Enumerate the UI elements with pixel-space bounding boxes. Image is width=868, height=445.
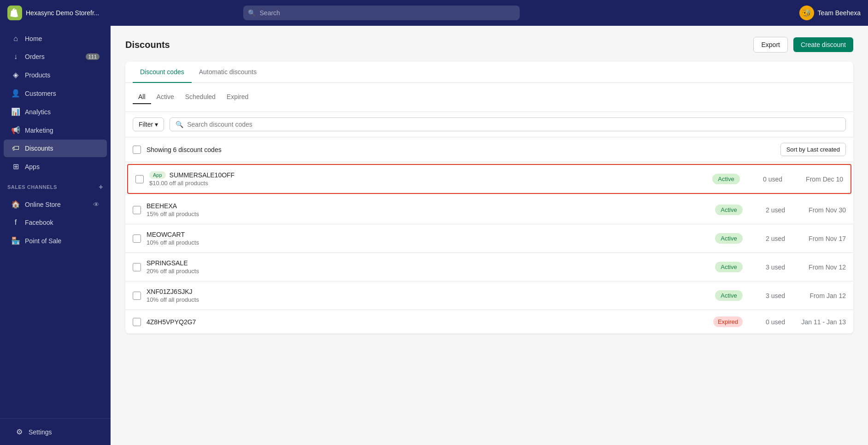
page-actions: Export Create discount: [753, 37, 853, 53]
status-badge-beehexa: Active: [715, 205, 743, 215]
sort-button[interactable]: Sort by Last created: [780, 143, 846, 156]
search-field: 🔍: [170, 117, 846, 131]
page-header: Discounts Export Create discount: [125, 37, 853, 53]
table-header-left: Showing 6 discount codes: [133, 146, 222, 154]
used-count-4z8h5vpyq2g7: 0 used: [748, 318, 785, 326]
sidebar-item-apps[interactable]: ⊞ Apps: [4, 158, 107, 176]
sidebar-item-marketing[interactable]: 📢 Marketing: [4, 121, 107, 139]
filter-button[interactable]: Filter ▾: [133, 117, 164, 131]
sidebar-item-analytics[interactable]: 📊 Analytics: [4, 103, 107, 121]
filter-tab-active[interactable]: Active: [151, 90, 180, 104]
app-badge-summersale10off: App: [149, 171, 166, 179]
apps-icon: ⊞: [11, 162, 20, 171]
filter-chevron-icon: ▾: [155, 121, 158, 128]
sidebar-label-discounts: Discounts: [25, 145, 53, 152]
discount-row-4z8h5vpyq2g7[interactable]: 4Z8H5VPYQ2G7 Expired 0 used Jan 11 - Jan…: [125, 310, 853, 334]
sidebar-item-settings[interactable]: ⚙ Settings: [7, 423, 103, 441]
discount-checkbox-4z8h5vpyq2g7[interactable]: [133, 318, 141, 326]
team-name: Team Beehexa: [818, 9, 861, 17]
discount-row-springsale[interactable]: SPRINGSALE 20% off all products Active 3…: [125, 253, 853, 281]
sidebar-item-online-store[interactable]: 🏠 Online Store 👁: [4, 195, 107, 213]
discount-info-beehexa: BEEHEXA 15% off all products: [147, 202, 710, 217]
main-content: Discounts Export Create discount Discoun…: [111, 26, 868, 445]
home-icon: ⌂: [11, 35, 20, 43]
status-badge-meowcart: Active: [715, 233, 743, 244]
used-count-summersale10off: 0 used: [745, 176, 782, 183]
discount-name-beehexa: BEEHEXA: [147, 202, 710, 210]
create-discount-button[interactable]: Create discount: [793, 37, 853, 52]
analytics-icon: 📊: [11, 107, 20, 116]
layout: ⌂ Home ↓ Orders 111 ◈ Products 👤 Custome…: [0, 0, 868, 445]
discount-checkbox-xnf01zj6sjkj[interactable]: [133, 292, 141, 300]
point-of-sale-icon: 🏪: [11, 236, 20, 245]
status-badge-xnf01zj6sjkj: Active: [715, 290, 743, 301]
sidebar-item-customers[interactable]: 👤 Customers: [4, 84, 107, 102]
online-store-icon: 🏠: [11, 200, 20, 209]
add-sales-channel-button[interactable]: +: [99, 183, 103, 191]
discount-row-meowcart[interactable]: MEOWCART 10% off all products Active 2 u…: [125, 224, 853, 253]
discount-search-input[interactable]: [187, 121, 840, 128]
tab-automatic-discounts[interactable]: Automatic discounts: [192, 62, 264, 83]
discount-info-summersale10off: App SUMMERSALE10OFF $10.00 off all produ…: [149, 171, 707, 187]
marketing-icon: 📢: [11, 126, 20, 135]
orders-badge: 111: [86, 53, 100, 60]
discount-checkbox-beehexa[interactable]: [133, 206, 141, 214]
discounts-icon: 🏷: [11, 144, 20, 152]
date-info-meowcart: From Nov 17: [791, 235, 846, 242]
tab-discount-codes[interactable]: Discount codes: [133, 62, 192, 83]
toolbar: Filter ▾ 🔍: [125, 112, 853, 137]
discounts-card: Discount codesAutomatic discounts AllAct…: [125, 62, 853, 334]
sidebar-label-analytics: Analytics: [25, 108, 51, 116]
used-count-xnf01zj6sjkj: 3 used: [748, 292, 785, 299]
team-badge[interactable]: 🐝 Team Beehexa: [799, 6, 861, 20]
sidebar-item-discounts[interactable]: 🏷 Discounts: [4, 140, 107, 157]
search-input[interactable]: [243, 6, 520, 20]
filter-tab-all[interactable]: All: [133, 90, 151, 104]
sidebar-item-products[interactable]: ◈ Products: [4, 66, 107, 84]
store-name: Hexasync Demo Storefr...: [26, 9, 100, 17]
discount-checkbox-summersale10off[interactable]: [135, 175, 144, 183]
discount-checkbox-springsale[interactable]: [133, 263, 141, 271]
filter-label: Filter: [139, 121, 153, 128]
export-button[interactable]: Export: [753, 37, 787, 53]
search-icon: 🔍: [248, 9, 256, 17]
topbar-right: 🐝 Team Beehexa: [799, 6, 861, 20]
sidebar-item-facebook[interactable]: f Facebook: [4, 214, 107, 231]
sidebar-item-orders[interactable]: ↓ Orders 111: [4, 48, 107, 65]
filter-bar: AllActiveScheduledExpired: [125, 83, 853, 112]
sidebar-label-online-store: Online Store: [25, 201, 61, 208]
used-count-springsale: 3 used: [748, 263, 785, 271]
filter-tab-expired[interactable]: Expired: [221, 90, 254, 104]
discount-info-4z8h5vpyq2g7: 4Z8H5VPYQ2G7: [147, 318, 708, 326]
used-count-beehexa: 2 used: [748, 206, 785, 214]
discount-desc-summersale10off: $10.00 off all products: [149, 180, 707, 187]
discount-info-xnf01zj6sjkj: XNF01ZJ6SJKJ 10% off all products: [147, 288, 710, 303]
used-count-meowcart: 2 used: [748, 235, 785, 242]
sidebar-label-apps: Apps: [25, 163, 40, 170]
discounts-list: App SUMMERSALE10OFF $10.00 off all produ…: [125, 164, 853, 334]
discount-row-xnf01zj6sjkj[interactable]: XNF01ZJ6SJKJ 10% off all products Active…: [125, 281, 853, 310]
discount-checkbox-meowcart[interactable]: [133, 234, 141, 243]
sidebar-bottom: ⚙ Settings: [0, 418, 111, 445]
sidebar-label-products: Products: [25, 71, 50, 79]
status-badge-summersale10off: Active: [712, 174, 740, 184]
filter-tab-scheduled[interactable]: Scheduled: [180, 90, 221, 104]
discount-desc-xnf01zj6sjkj: 10% off all products: [147, 296, 710, 303]
select-all-checkbox[interactable]: [133, 146, 141, 154]
date-info-beehexa: From Nov 30: [791, 206, 846, 214]
date-info-4z8h5vpyq2g7: Jan 11 - Jan 13: [791, 318, 846, 326]
discount-row-summersale10off[interactable]: App SUMMERSALE10OFF $10.00 off all produ…: [127, 164, 851, 194]
sidebar-item-home[interactable]: ⌂ Home: [4, 30, 107, 47]
page-title: Discounts: [125, 40, 170, 50]
discount-row-beehexa[interactable]: BEEHEXA 15% off all products Active 2 us…: [125, 196, 853, 224]
sidebar-settings-label: Settings: [29, 428, 52, 436]
online-store-visibility-icon: 👁: [93, 201, 100, 208]
discount-desc-beehexa: 15% off all products: [147, 211, 710, 217]
team-icon: 🐝: [799, 6, 814, 20]
showing-count: Showing 6 discount codes: [147, 146, 222, 153]
sidebar-item-point-of-sale[interactable]: 🏪 Point of Sale: [4, 232, 107, 250]
main-tabs: Discount codesAutomatic discounts: [125, 62, 853, 83]
sidebar-label-orders: Orders: [25, 53, 45, 60]
status-badge-4z8h5vpyq2g7: Expired: [713, 316, 743, 327]
store-logo-area[interactable]: Hexasync Demo Storefr...: [7, 6, 100, 20]
